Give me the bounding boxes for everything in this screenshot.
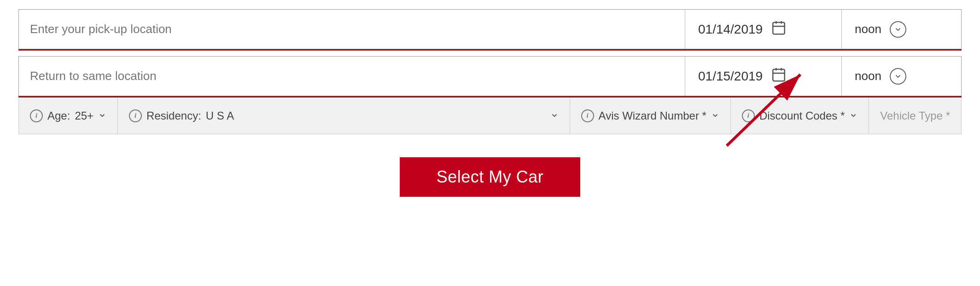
options-row: i Age: 25+ i Residency: U S A i Avis Wiz bbox=[18, 97, 962, 134]
pickup-time-value: noon bbox=[855, 22, 881, 36]
return-date-value: 01/15/2019 bbox=[698, 69, 763, 84]
discount-option[interactable]: i Discount Codes * bbox=[731, 97, 869, 134]
age-info-icon: i bbox=[30, 109, 43, 122]
pickup-red-divider bbox=[18, 49, 962, 51]
svg-rect-4 bbox=[773, 69, 785, 81]
pickup-date-section[interactable]: 01/14/2019 bbox=[685, 10, 841, 49]
return-time-value: noon bbox=[855, 69, 881, 83]
pickup-date-value: 01/14/2019 bbox=[698, 22, 763, 37]
age-label: Age: bbox=[47, 109, 70, 122]
return-time-section[interactable]: noon bbox=[841, 57, 961, 96]
wizard-label: Avis Wizard Number * bbox=[599, 109, 706, 122]
return-time-chevron-icon[interactable] bbox=[890, 68, 906, 85]
pickup-time-chevron-icon[interactable] bbox=[890, 21, 906, 38]
wizard-info-icon: i bbox=[581, 109, 594, 122]
wizard-chevron-icon bbox=[711, 109, 719, 122]
wizard-option[interactable]: i Avis Wizard Number * bbox=[570, 97, 731, 134]
residency-label: Residency: bbox=[146, 109, 201, 122]
discount-label: Discount Codes * bbox=[759, 109, 845, 122]
return-row: 01/15/2019 noon bbox=[18, 56, 962, 96]
discount-chevron-icon bbox=[849, 109, 858, 122]
residency-chevron-icon bbox=[550, 109, 559, 122]
return-location-input[interactable] bbox=[19, 57, 685, 96]
calendar-icon bbox=[771, 20, 787, 39]
residency-info-icon: i bbox=[129, 109, 142, 122]
age-chevron-icon bbox=[98, 109, 106, 122]
button-section: Select My Car bbox=[18, 157, 962, 197]
age-option[interactable]: i Age: 25+ bbox=[19, 97, 118, 134]
vehicle-type-option[interactable]: Vehicle Type * bbox=[869, 97, 961, 134]
residency-value: U S A bbox=[206, 109, 234, 122]
svg-rect-0 bbox=[773, 23, 785, 34]
vehicle-type-label: Vehicle Type * bbox=[880, 109, 950, 122]
age-value: 25+ bbox=[75, 109, 93, 122]
booking-form: 01/14/2019 noon 01/15/ bbox=[18, 9, 962, 197]
residency-option[interactable]: i Residency: U S A bbox=[118, 97, 570, 134]
select-car-button[interactable]: Select My Car bbox=[400, 157, 581, 197]
return-calendar-icon bbox=[771, 67, 787, 86]
pickup-location-input[interactable] bbox=[19, 10, 685, 49]
pickup-row: 01/14/2019 noon bbox=[18, 9, 962, 49]
return-date-section[interactable]: 01/15/2019 bbox=[685, 57, 841, 96]
discount-info-icon: i bbox=[742, 109, 755, 122]
pickup-time-section[interactable]: noon bbox=[841, 10, 961, 49]
